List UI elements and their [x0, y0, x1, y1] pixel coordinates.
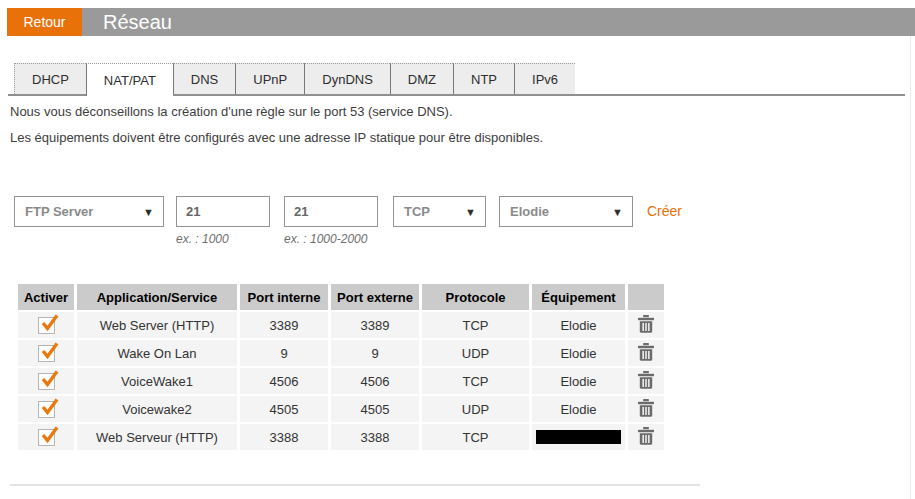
tab[interactable]: IPv6 — [514, 63, 575, 94]
right-edge-line — [910, 36, 911, 499]
col-header-equipement: Équipement — [532, 284, 625, 310]
protocole-cell: UDP — [422, 396, 529, 422]
port-externe-cell: 3389 — [331, 312, 419, 338]
col-header-port-externe: Port externe — [331, 284, 419, 310]
port-interne-cell: 4506 — [240, 368, 328, 394]
table-row: VoiceWake1 4506 4506 TCP Elodie — [18, 368, 664, 394]
service-select[interactable]: FTP Server ▼ — [14, 196, 164, 227]
delete-rule-button[interactable] — [638, 427, 654, 445]
equipement-cell: Elodie — [532, 340, 625, 366]
check-icon — [39, 369, 60, 388]
trash-icon — [638, 343, 654, 361]
equipement-value: Elodie — [560, 346, 596, 361]
tab[interactable]: NTP — [453, 63, 514, 94]
protocole-cell: TCP — [422, 312, 529, 338]
delete-rule-button[interactable] — [638, 399, 654, 417]
equipement-value: Elodie — [560, 318, 596, 333]
trash-icon — [638, 315, 654, 333]
notices: Nous vous déconseillons la création d'un… — [10, 104, 915, 145]
tab[interactable]: UPnP — [235, 63, 304, 94]
chevron-down-icon: ▼ — [465, 206, 476, 218]
delete-rule-button[interactable] — [638, 315, 654, 333]
col-header-actions — [628, 284, 664, 310]
port-interne-cell: 9 — [240, 340, 328, 366]
header-bar: Retour Réseau — [7, 8, 915, 36]
port-externe-cell: 4506 — [331, 368, 419, 394]
port-interne-cell: 4505 — [240, 396, 328, 422]
trash-icon — [638, 399, 654, 417]
service-cell: Wake On Lan — [77, 340, 237, 366]
port-externe-cell: 4505 — [331, 396, 419, 422]
port-interne-cell: 3389 — [240, 312, 328, 338]
check-icon — [39, 313, 60, 332]
table-row: Wake On Lan 9 9 UDP Elodie — [18, 340, 664, 366]
tab[interactable]: NAT/PAT — [86, 63, 173, 96]
delete-rule-button[interactable] — [638, 343, 654, 361]
nat-pat-settings-page: Retour Réseau DHCP NAT/PAT DNS UPnP DynD… — [0, 8, 915, 486]
table-row: Web Serveur (HTTP) 3388 3388 TCP — [18, 424, 664, 450]
protocole-cell: UDP — [422, 340, 529, 366]
check-icon — [39, 341, 60, 360]
table-row: Voicewake2 4505 4505 UDP Elodie — [18, 396, 664, 422]
create-rule-form: FTP Server ▼ ex. : 1000 ex. : 1000-2000 … — [14, 196, 915, 246]
equipement-value: Elodie — [560, 374, 596, 389]
tab[interactable]: DHCP — [14, 63, 86, 94]
device-select-value: Elodie — [510, 204, 549, 219]
internal-port-input[interactable] — [176, 196, 270, 227]
delete-rule-button[interactable] — [638, 371, 654, 389]
device-select[interactable]: Elodie ▼ — [499, 196, 633, 227]
port-externe-cell: 3388 — [331, 424, 419, 450]
protocol-select[interactable]: TCP ▼ — [393, 196, 486, 227]
external-port-field: ex. : 1000-2000 — [284, 196, 378, 246]
notice-static-ip: Les équipements doivent être configurés … — [10, 130, 915, 145]
create-button[interactable]: Créer — [647, 196, 682, 227]
check-icon — [39, 425, 60, 444]
trash-icon — [638, 427, 654, 445]
enable-checkbox[interactable] — [38, 317, 55, 334]
enable-checkbox[interactable] — [38, 429, 55, 446]
enable-checkbox[interactable] — [38, 345, 55, 362]
protocol-select-value: TCP — [404, 204, 430, 219]
chevron-down-icon: ▼ — [612, 206, 623, 218]
external-port-hint: ex. : 1000-2000 — [284, 232, 378, 246]
check-icon — [39, 397, 60, 416]
col-header-port-interne: Port interne — [240, 284, 328, 310]
col-header-service: Application/Service — [77, 284, 237, 310]
trash-icon — [638, 371, 654, 389]
bottom-divider — [10, 484, 700, 486]
redacted-equipement — [536, 430, 621, 444]
col-header-activer: Activer — [18, 284, 74, 310]
service-select-value: FTP Server — [25, 204, 93, 219]
tab[interactable]: DMZ — [390, 63, 453, 94]
service-cell: Web Server (HTTP) — [77, 312, 237, 338]
back-button[interactable]: Retour — [7, 8, 82, 36]
equipement-cell: Elodie — [532, 368, 625, 394]
equipement-cell: Elodie — [532, 312, 625, 338]
tab[interactable]: DNS — [173, 63, 235, 94]
chevron-down-icon: ▼ — [143, 206, 154, 218]
notice-port53: Nous vous déconseillons la création d'un… — [10, 104, 915, 119]
table-row: Web Server (HTTP) 3389 3389 TCP Elodie — [18, 312, 664, 338]
rules-table: Activer Application/Service Port interne… — [15, 282, 667, 452]
enable-checkbox[interactable] — [38, 373, 55, 390]
port-externe-cell: 9 — [331, 340, 419, 366]
port-interne-cell: 3388 — [240, 424, 328, 450]
equipement-value: Elodie — [560, 402, 596, 417]
col-header-protocole: Protocole — [422, 284, 529, 310]
service-cell: Voicewake2 — [77, 396, 237, 422]
enable-checkbox[interactable] — [38, 401, 55, 418]
page-title: Réseau — [82, 8, 172, 36]
external-port-input[interactable] — [284, 196, 378, 227]
service-cell: VoiceWake1 — [77, 368, 237, 394]
equipement-cell: Elodie — [532, 396, 625, 422]
protocole-cell: TCP — [422, 368, 529, 394]
internal-port-field: ex. : 1000 — [176, 196, 270, 246]
equipement-cell — [532, 424, 625, 450]
tab-bar: DHCP NAT/PAT DNS UPnP DynDNS DMZ NTP IPv… — [8, 62, 905, 96]
protocole-cell: TCP — [422, 424, 529, 450]
tab[interactable]: DynDNS — [304, 63, 390, 94]
internal-port-hint: ex. : 1000 — [176, 232, 270, 246]
service-cell: Web Serveur (HTTP) — [77, 424, 237, 450]
table-header-row: Activer Application/Service Port interne… — [18, 284, 664, 310]
